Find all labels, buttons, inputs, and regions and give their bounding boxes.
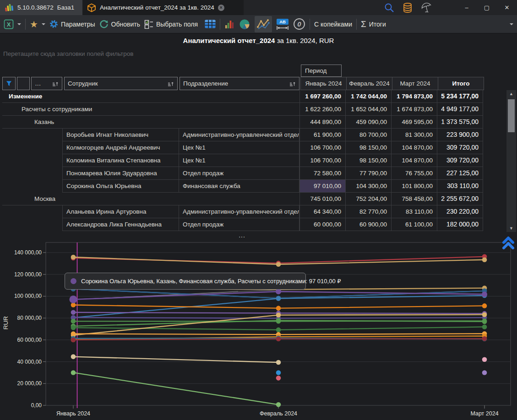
table-row[interactable]: Александрова Лика ГеннадьевнаОтдел прода… bbox=[2, 218, 484, 231]
refresh-label: Обновить bbox=[111, 21, 140, 28]
pivot-field-employee[interactable]: Сотрудник bbox=[64, 77, 178, 90]
chart-data-point[interactable] bbox=[276, 402, 281, 407]
table-view-button[interactable] bbox=[205, 20, 216, 28]
table-row[interactable]: Аланьева Ирина АртуровнаАдминистративно-… bbox=[2, 205, 484, 218]
choose-fields-button[interactable]: Выбрать поля bbox=[144, 20, 198, 29]
umbrella-icon[interactable] bbox=[420, 2, 432, 13]
row-indent bbox=[2, 180, 62, 193]
search-icon[interactable] bbox=[384, 2, 395, 13]
value-cell: 1 742 044,00 bbox=[346, 90, 392, 103]
scroll-down-icon[interactable]: ▼ bbox=[509, 225, 513, 232]
chart-data-point[interactable] bbox=[71, 370, 76, 375]
value-cell: 182 000,00 bbox=[437, 218, 483, 231]
chart-data-point[interactable] bbox=[482, 357, 487, 362]
period-field-button[interactable]: Период bbox=[301, 65, 342, 77]
line-chart-view-button[interactable] bbox=[255, 16, 272, 32]
totals-dropdown-caret[interactable] bbox=[510, 23, 513, 25]
pie-chart-view-button[interactable] bbox=[239, 18, 250, 30]
chart-data-point[interactable] bbox=[71, 310, 76, 315]
column-header-total[interactable]: Итого bbox=[438, 77, 484, 90]
table-row[interactable]: Изменение1 697 260,001 742 044,001 794 8… bbox=[2, 90, 484, 103]
value-cell: 77 790,00 bbox=[346, 167, 392, 180]
chart-data-point[interactable] bbox=[276, 336, 281, 341]
chart-data-point[interactable] bbox=[71, 354, 76, 359]
scroll-up-icon[interactable]: ▲ bbox=[509, 90, 513, 97]
excel-export-button[interactable]: X bbox=[4, 19, 21, 29]
minimize-button[interactable]: – bbox=[457, 4, 477, 11]
chart-data-point[interactable] bbox=[276, 306, 281, 311]
table-row[interactable]: Пономарева Юлия ЭдуардовнаОтдел продаж72… bbox=[2, 167, 484, 180]
maximize-button[interactable]: ▢ bbox=[477, 4, 497, 11]
chart-data-point[interactable] bbox=[70, 296, 77, 303]
chart-data-point[interactable] bbox=[276, 318, 281, 323]
chart-data-point[interactable] bbox=[482, 312, 487, 317]
chart-data-point[interactable] bbox=[71, 331, 76, 336]
totals-button[interactable]: Σ Итоги bbox=[361, 19, 386, 29]
pivot-filter-button[interactable] bbox=[2, 77, 16, 90]
chart-data-point[interactable] bbox=[276, 370, 281, 375]
totals-label: Итоги bbox=[369, 21, 386, 28]
checklist-icon bbox=[144, 20, 153, 29]
chart-data-point[interactable] bbox=[71, 255, 76, 260]
employee-header-label: Сотрудник bbox=[68, 80, 98, 87]
table-row[interactable]: Казань444 890,00459 090,00469 595,001 37… bbox=[2, 116, 484, 129]
employee-cell: Пономарева Юлия Эдуардовна bbox=[62, 167, 179, 180]
chart-data-point[interactable] bbox=[276, 360, 281, 365]
chart-data-point[interactable] bbox=[482, 336, 487, 341]
value-cell: 752 204,00 bbox=[346, 193, 392, 205]
pivot-hidden-fields-button[interactable]: … bbox=[31, 77, 62, 90]
report-tab[interactable]: Аналитический отчет_2024 за 1кв. 2024 × bbox=[82, 0, 244, 15]
chart-data-point[interactable] bbox=[482, 291, 487, 297]
value-cell: 81 300,00 bbox=[392, 129, 437, 141]
chart-tooltip: Сорокина Ольга Юрьевна, Казань, Финансов… bbox=[65, 273, 306, 290]
column-header[interactable]: Январь 2024 bbox=[300, 77, 347, 90]
column-header[interactable]: Март 2024 bbox=[392, 77, 438, 90]
chart-data-point[interactable] bbox=[276, 296, 281, 301]
line-chart[interactable]: 0,0020 000,0040 000,0060 000,0080 000,00… bbox=[0, 238, 517, 420]
app-home-tab[interactable]: 5.10.0.38672 База1 bbox=[0, 0, 82, 15]
database-icon[interactable] bbox=[402, 2, 413, 13]
chart-data-point[interactable] bbox=[276, 328, 281, 333]
column-width-button[interactable]: AB bbox=[276, 18, 289, 30]
close-button[interactable]: ✕ bbox=[497, 4, 517, 11]
chart-data-point[interactable] bbox=[482, 319, 487, 324]
chart-data-point[interactable] bbox=[71, 319, 76, 324]
table-scrollbar[interactable]: ▲ ▼ bbox=[506, 90, 516, 232]
close-tab-icon[interactable]: × bbox=[218, 5, 224, 11]
with-kopecks-button[interactable]: С копейками bbox=[314, 21, 352, 28]
table-row[interactable]: Воробьев Игнат НиколаевичАдминистративно… bbox=[2, 129, 484, 141]
filter-drop-zone[interactable]: Перетащите сюда заголовки полей фильтров bbox=[3, 50, 134, 57]
favorites-dropdown-caret[interactable] bbox=[42, 23, 45, 25]
chart-data-point[interactable] bbox=[276, 312, 281, 318]
pie-chart-icon bbox=[239, 18, 250, 30]
table-row[interactable]: Сорокина Ольга ЮрьевнаФинансовая служба9… bbox=[2, 180, 484, 193]
y-tick-label: 20 000,00 bbox=[17, 380, 42, 387]
chart-data-point[interactable] bbox=[276, 376, 281, 381]
employee-cell: Воробьев Игнат Николаевич bbox=[62, 129, 179, 141]
column-header[interactable]: Февраль 2024 bbox=[347, 77, 392, 90]
refresh-button[interactable]: Обновить bbox=[99, 20, 140, 29]
favorites-button[interactable]: ★ bbox=[30, 19, 45, 30]
chart-data-point[interactable] bbox=[71, 325, 76, 330]
table-row[interactable]: Москва745 010,00752 204,00758 458,002 25… bbox=[2, 193, 484, 205]
chart-data-point[interactable] bbox=[482, 257, 487, 262]
value-cell: 61 900,00 bbox=[299, 129, 346, 141]
parameters-button[interactable]: Параметры bbox=[49, 20, 95, 28]
hide-zeros-button[interactable]: 0 bbox=[293, 18, 305, 30]
table-row[interactable]: Коломина Виталина СтепановнаЦех №1106 70… bbox=[2, 154, 484, 167]
chart-data-point[interactable] bbox=[482, 324, 487, 329]
chart-data-point[interactable] bbox=[482, 370, 487, 375]
table-row[interactable]: Колмогорцев Андрей АндреевичЦех №1106 70… bbox=[2, 141, 484, 154]
excel-dropdown-caret[interactable] bbox=[17, 23, 21, 25]
chart-data-point[interactable] bbox=[276, 262, 281, 267]
table-row[interactable]: Расчеты с сотрудниками1 622 260,001 652 … bbox=[2, 103, 484, 116]
row-group-label: Москва bbox=[2, 193, 299, 205]
collapse-chart-icon[interactable] bbox=[500, 233, 517, 252]
pivot-field-department[interactable]: Подразделение bbox=[180, 77, 299, 90]
chart-data-point[interactable] bbox=[482, 303, 487, 308]
toolbar-separator bbox=[25, 19, 26, 30]
bar-chart-view-button[interactable] bbox=[224, 19, 234, 29]
scrollbar-thumb[interactable] bbox=[508, 99, 515, 132]
pivot-corner-cell[interactable] bbox=[17, 77, 30, 90]
chart-data-point[interactable] bbox=[71, 338, 76, 343]
